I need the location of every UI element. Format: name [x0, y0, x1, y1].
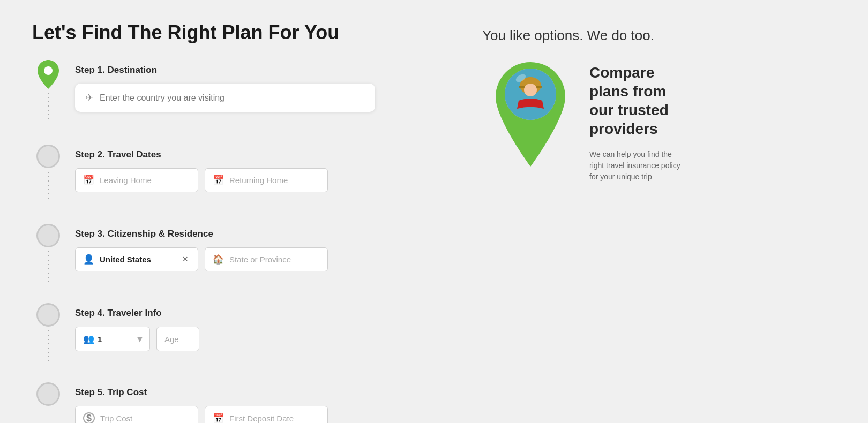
location-pin-icon	[36, 60, 60, 89]
step-2-content: Step 2. Travel Dates 📅 Leaving Home 📅 Re…	[75, 145, 450, 192]
step-2-connector	[48, 170, 49, 202]
step-5-indicator	[32, 382, 64, 406]
state-province-placeholder: State or Province	[229, 255, 291, 264]
destination-input[interactable]	[100, 93, 364, 103]
left-panel: Let's Find The Right Plan For You Step 1…	[32, 21, 450, 423]
right-panel-title: You like options. We do too.	[482, 27, 654, 45]
compare-title: Compare plans from our trusted providers	[589, 63, 686, 138]
travelers-icon: 👥	[83, 334, 94, 345]
home-icon: 🏠	[213, 254, 224, 265]
step-3-row: Step 3. Citizenship & Residence 👤 United…	[32, 224, 450, 303]
chevron-down-icon: ▾	[137, 333, 142, 345]
calendar-icon-3: 📅	[213, 413, 224, 423]
compare-text-block: Compare plans from our trusted providers…	[589, 58, 686, 183]
leaving-home-placeholder: Leaving Home	[100, 176, 152, 185]
traveler-count-field[interactable]: 👥 1 ▾	[75, 327, 150, 351]
map-pin-wrapper	[482, 58, 579, 176]
step-2-label: Step 2. Travel Dates	[75, 149, 450, 161]
age-field[interactable]: Age	[156, 327, 199, 351]
citizenship-clear-button[interactable]: ×	[180, 254, 190, 265]
first-deposit-date-placeholder: First Deposit Date	[229, 414, 294, 423]
step-3-content: Step 3. Citizenship & Residence 👤 United…	[75, 224, 450, 271]
step-2-row: Step 2. Travel Dates 📅 Leaving Home 📅 Re…	[32, 145, 450, 224]
main-title: Let's Find The Right Plan For You	[32, 21, 450, 44]
trip-cost-placeholder: Trip Cost	[100, 414, 132, 423]
page-wrapper: Let's Find The Right Plan For You Step 1…	[0, 0, 868, 423]
step-1-label: Step 1. Destination	[75, 64, 450, 76]
calendar-icon-2: 📅	[213, 175, 224, 186]
step-4-connector	[48, 329, 49, 361]
svg-point-0	[44, 66, 53, 75]
right-content: Compare plans from our trusted providers…	[482, 58, 686, 183]
svg-point-5	[524, 84, 537, 96]
step-4-fields: 👥 1 ▾ Age	[75, 327, 450, 351]
step-1-content: Step 1. Destination ✈	[75, 60, 450, 112]
step-3-circle	[36, 224, 60, 247]
step-2-circle	[36, 145, 60, 168]
step-4-row: Step 4. Traveler Info 👥 1 ▾ Age	[32, 303, 450, 382]
age-placeholder: Age	[164, 335, 179, 344]
compare-sub: We can help you find the right travel in…	[589, 149, 686, 183]
map-pin-graphic	[482, 58, 579, 176]
citizenship-value: United States	[100, 255, 151, 264]
dollar-icon: $	[83, 412, 95, 423]
step-4-label: Step 4. Traveler Info	[75, 307, 450, 319]
step-5-row: Step 5. Trip Cost $ Trip Cost 📅 First De…	[32, 382, 450, 423]
returning-home-placeholder: Returning Home	[229, 176, 288, 185]
steps-container: Step 1. Destination ✈ Step 2. Travel Dat…	[32, 60, 450, 423]
airplane-icon: ✈	[86, 92, 93, 103]
calendar-icon-1: 📅	[83, 175, 94, 186]
state-province-field[interactable]: 🏠 State or Province	[205, 247, 328, 271]
step-4-circle	[36, 303, 60, 327]
leaving-home-field[interactable]: 📅 Leaving Home	[75, 168, 198, 192]
step-5-content: Step 5. Trip Cost $ Trip Cost 📅 First De…	[75, 382, 450, 423]
traveler-count-value: 1	[98, 335, 102, 344]
step-3-connector	[48, 250, 49, 282]
step-3-label: Step 3. Citizenship & Residence	[75, 228, 450, 240]
step-2-fields: 📅 Leaving Home 📅 Returning Home	[75, 168, 450, 192]
step-4-indicator	[32, 303, 64, 361]
step-4-content: Step 4. Traveler Info 👥 1 ▾ Age	[75, 303, 450, 351]
step-2-indicator	[32, 145, 64, 202]
step-3-fields: 👤 United States × 🏠 State or Province	[75, 247, 450, 271]
person-icon: 👤	[83, 254, 94, 265]
trip-cost-field[interactable]: $ Trip Cost	[75, 406, 198, 423]
step-1-row: Step 1. Destination ✈	[32, 60, 450, 145]
step-1-indicator	[32, 60, 64, 123]
step-5-circle	[36, 382, 60, 406]
step-1-connector	[48, 91, 49, 123]
step-5-fields: $ Trip Cost 📅 First Deposit Date	[75, 406, 450, 423]
step-5-label: Step 5. Trip Cost	[75, 387, 450, 398]
citizenship-field[interactable]: 👤 United States ×	[75, 247, 198, 271]
step-3-indicator	[32, 224, 64, 282]
right-panel: You like options. We do too.	[482, 21, 686, 423]
returning-home-field[interactable]: 📅 Returning Home	[205, 168, 328, 192]
first-deposit-date-field[interactable]: 📅 First Deposit Date	[205, 406, 328, 423]
destination-field-box: ✈	[75, 84, 375, 112]
